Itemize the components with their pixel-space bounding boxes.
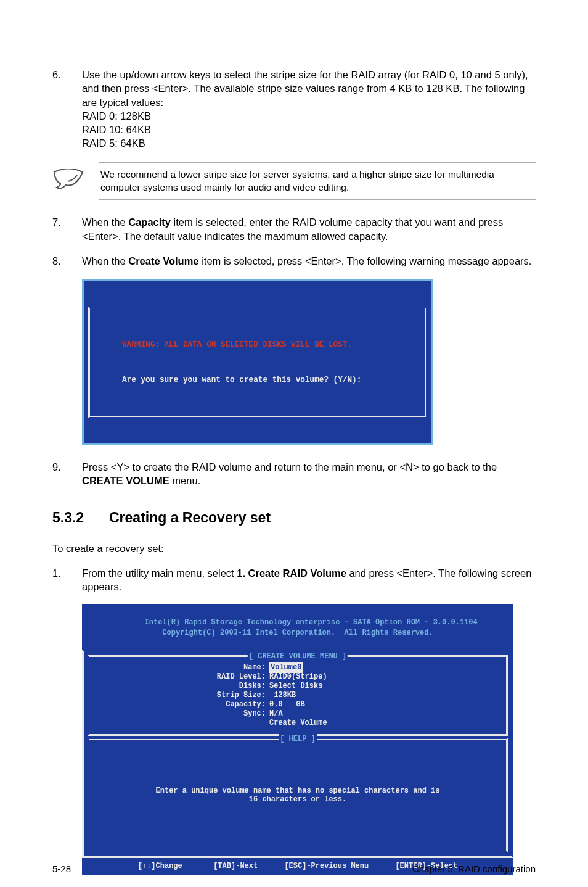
step-text: Use the up/down arrow keys to select the…: [82, 69, 528, 108]
bios-raid-level[interactable]: RAID0(Stripe): [269, 672, 327, 682]
bios-panel-title-help: [ HELP ]: [279, 734, 317, 744]
bios-capacity[interactable]: 0.0 GB: [269, 699, 305, 709]
section-heading: 5.3.2 Creating a Recovery set: [52, 508, 536, 527]
steps-list-top: 6. Use the up/down arrow keys to select …: [52, 68, 536, 151]
warning-dialog: WARNING: ALL DATA ON SELECTED DISKS WILL…: [82, 279, 433, 445]
bios-disks[interactable]: Select Disks: [269, 681, 322, 691]
bios-screenshot: Intel(R) Rapid Storage Technology enterp…: [82, 604, 513, 875]
step-6: 6. Use the up/down arrow keys to select …: [52, 68, 536, 151]
section-intro: To create a recovery set:: [52, 542, 536, 555]
bios-strip-size[interactable]: 128KB: [269, 690, 296, 700]
step-number: 8.: [52, 254, 82, 268]
section-title: Creating a Recovery set: [109, 508, 271, 527]
page-chapter: Chapter 5: RAID configuration: [412, 863, 536, 875]
step-7: 7. When the Capacity item is selected, e…: [52, 215, 536, 243]
warning-heading: WARNING: ALL DATA ON SELECTED DISKS WILL…: [102, 339, 413, 350]
note-callout: We recommend a lower stripe size for ser…: [52, 162, 536, 201]
step-9: 9. Press <Y> to create the RAID volume a…: [52, 460, 536, 488]
bios-header-line1: Intel(R) Rapid Storage Technology enterp…: [145, 618, 478, 627]
section-number: 5.3.2: [52, 508, 109, 527]
bios-help-line1: Enter a unique volume name that has no s…: [89, 786, 506, 795]
step-sub-1: RAID 10: 64KB: [82, 124, 151, 135]
step-number: 7.: [52, 215, 82, 243]
bios-name-field[interactable]: Volume0: [269, 662, 303, 672]
steps-list-b: 1. From the utility main menu, select 1.…: [52, 566, 536, 594]
bios-help-line2: 16 characters or less.: [89, 795, 506, 804]
step-number: 9.: [52, 460, 82, 488]
note-text: We recommend a lower stripe size for ser…: [100, 169, 494, 192]
bios-sync: N/A: [269, 709, 283, 719]
step-1b: 1. From the utility main menu, select 1.…: [52, 566, 536, 594]
bios-header-line2: Copyright(C) 2003-11 Intel Corporation. …: [162, 629, 433, 637]
note-icon: [52, 162, 84, 192]
steps-list-9: 9. Press <Y> to create the RAID volume a…: [52, 460, 536, 488]
bios-panel-title-create: [ CREATE VOLUME MENU ]: [248, 651, 348, 661]
step-8: 8. When the Create Volume item is select…: [52, 254, 536, 268]
step-number: 1.: [52, 566, 82, 594]
bios-create-volume[interactable]: Create Volume: [269, 718, 327, 728]
page-number: 5-28: [52, 863, 71, 875]
warning-prompt: Are you sure you want to create this vol…: [102, 374, 413, 385]
step-sub-2: RAID 5: 64KB: [82, 138, 145, 149]
step-sub-0: RAID 0: 128KB: [82, 110, 151, 122]
step-number: 6.: [52, 68, 82, 151]
steps-list-mid: 7. When the Capacity item is selected, e…: [52, 215, 536, 268]
page-footer: 5-28 Chapter 5: RAID configuration: [52, 859, 536, 875]
